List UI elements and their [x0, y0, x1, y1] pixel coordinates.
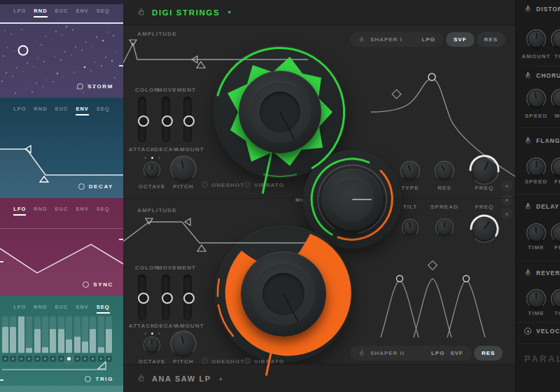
slider-handle[interactable]	[162, 115, 173, 127]
vibrato-toggle[interactable]	[244, 181, 251, 188]
fx-distortion-header[interactable]: DISTORTION	[524, 6, 560, 13]
flanger-feedback-knob[interactable]	[550, 157, 560, 178]
delay-feedback-knob[interactable]	[550, 223, 560, 244]
seq-step[interactable]	[50, 316, 56, 353]
mod-panel-storm[interactable]: LFO RND EUC ENV SEQ STORM	[0, 0, 123, 98]
tab-lfo[interactable]: LFO	[13, 304, 26, 314]
res-node[interactable]	[397, 276, 403, 282]
env-handle[interactable]	[197, 245, 206, 251]
tab-seq[interactable]: SEQ	[97, 8, 110, 18]
parallel-label[interactable]: PARALLEL	[524, 354, 560, 364]
fx-chorus-header[interactable]: CHORUS	[524, 72, 560, 79]
tab-rnd[interactable]: RND	[34, 304, 47, 314]
power-icon[interactable]	[137, 374, 145, 382]
env-handle[interactable]	[185, 218, 190, 225]
fx-flanger-header[interactable]: FLANGER	[524, 137, 560, 144]
tab-seq[interactable]: SEQ	[97, 106, 110, 115]
mod-panel-trig[interactable]: LFO RND EUC ENV SEQ TRIG	[0, 296, 123, 392]
amp-envelope-a[interactable]	[123, 28, 312, 71]
power-icon[interactable]	[524, 6, 531, 13]
pitch-knob-b[interactable]	[169, 330, 197, 358]
chorus-width-knob[interactable]	[550, 88, 560, 109]
seq-step[interactable]	[42, 316, 48, 353]
seq-step[interactable]	[18, 316, 24, 353]
mod-panel-decay[interactable]: LFO RND EUC ENV SEQ DECAY	[0, 98, 123, 198]
distortion-tone-knob[interactable]	[550, 29, 560, 50]
freq-knob-1[interactable]	[469, 155, 500, 186]
shaper-1-header[interactable]: SHAPER I LPG	[350, 32, 444, 47]
tab-euc[interactable]: EUC	[55, 206, 69, 216]
power-icon[interactable]	[358, 350, 365, 356]
random-node[interactable]	[19, 46, 28, 55]
vibrato-toggle-b[interactable]	[244, 358, 251, 364]
tab-lfo[interactable]: LFO	[13, 206, 26, 216]
slider-handle[interactable]	[183, 293, 195, 304]
tab-res[interactable]: RES	[477, 32, 505, 47]
mod-slot-label[interactable]: DECAY	[78, 183, 113, 190]
filter-node[interactable]	[428, 74, 435, 80]
lower-instrument-title[interactable]: ANA SAW LP	[152, 374, 211, 383]
seq-step[interactable]	[58, 316, 64, 353]
fx-reverb-header[interactable]: REVERB	[524, 270, 560, 276]
tab-euc[interactable]: EUC	[55, 106, 69, 115]
flanger-speed-knob[interactable]	[526, 157, 547, 178]
ramp-icon[interactable]	[98, 362, 106, 369]
tab-seq[interactable]: SEQ	[97, 206, 110, 216]
mod-slot-label[interactable]: STORM	[77, 83, 113, 90]
chevron-up-icon[interactable]: ▲	[218, 376, 223, 381]
reverb-tone-knob[interactable]	[550, 288, 560, 309]
power-icon[interactable]	[524, 270, 531, 276]
seq-ramp[interactable]	[0, 361, 123, 372]
tab-svf[interactable]: SVF	[450, 350, 463, 356]
chorus-speed-knob[interactable]	[526, 88, 547, 109]
instrument-title[interactable]: DIGI STRINGS	[152, 8, 220, 17]
res-knob[interactable]	[434, 160, 455, 181]
seq-step[interactable]	[66, 316, 72, 353]
step-sequencer[interactable]	[0, 316, 123, 365]
reverb-time-knob[interactable]	[526, 288, 547, 309]
route-button-3[interactable]	[501, 209, 512, 220]
chevron-down-icon[interactable]: ▼	[227, 10, 232, 15]
tab-euc[interactable]: EUC	[55, 304, 69, 314]
tab-lfo[interactable]: LFO	[13, 106, 26, 115]
oneshot-toggle-b[interactable]	[202, 358, 208, 364]
tab-rnd[interactable]: RND	[34, 8, 47, 18]
tab-env[interactable]: ENV	[76, 304, 88, 314]
mod-panel-sync[interactable]: LFO RND EUC ENV SEQ SYNC	[0, 198, 123, 296]
tab-seq[interactable]: SEQ	[97, 304, 110, 314]
seq-step[interactable]	[10, 316, 16, 353]
slider-handle[interactable]	[138, 115, 149, 127]
spread-knob[interactable]	[435, 218, 454, 237]
seq-step[interactable]	[82, 316, 88, 353]
tab-rnd[interactable]: RND	[34, 206, 47, 216]
route-button-1[interactable]	[501, 181, 512, 192]
tab-euc[interactable]: EUC	[55, 8, 69, 18]
filter-diamond-handle[interactable]	[392, 90, 401, 99]
filter-2-curve[interactable]	[378, 255, 490, 346]
power-icon[interactable]	[358, 36, 365, 43]
distortion-amount-knob[interactable]	[526, 29, 547, 50]
delay-time-knob[interactable]	[526, 223, 547, 244]
seq-step[interactable]	[34, 316, 41, 353]
shaper-2-header[interactable]: SHAPER II LPG SVF	[350, 346, 472, 360]
res-node[interactable]	[463, 276, 470, 282]
slider-handle[interactable]	[162, 293, 173, 304]
seq-step[interactable]	[98, 316, 104, 353]
tab-env[interactable]: ENV	[76, 106, 88, 115]
power-icon[interactable]	[524, 137, 531, 144]
seq-step[interactable]	[90, 316, 96, 353]
fx-delay-header[interactable]: DELAY	[524, 203, 559, 210]
tab-rnd[interactable]: RND	[34, 106, 47, 115]
freq-knob-2[interactable]	[470, 214, 499, 244]
amp-envelope-b[interactable]	[123, 210, 312, 253]
power-icon[interactable]	[137, 8, 145, 16]
mod-slot-label[interactable]: SYNC	[83, 281, 113, 288]
tab-svf[interactable]: SVF	[446, 32, 475, 47]
tab-env[interactable]: ENV	[76, 8, 88, 18]
power-icon[interactable]	[524, 72, 531, 79]
route-button-2[interactable]	[501, 195, 512, 206]
tab-lpg[interactable]: LPG	[431, 350, 444, 356]
seq-step[interactable]	[26, 316, 32, 353]
tab-lpg[interactable]: LPG	[422, 36, 435, 43]
type-knob[interactable]	[400, 160, 421, 181]
